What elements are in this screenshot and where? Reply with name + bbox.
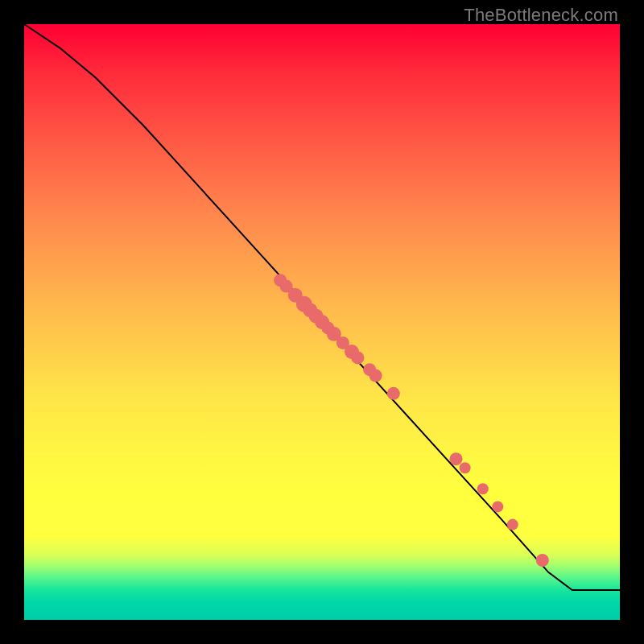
chart-point xyxy=(536,554,549,567)
chart-curve xyxy=(24,24,620,590)
chart-point xyxy=(351,351,364,364)
chart-point xyxy=(477,483,489,494)
chart-point xyxy=(460,462,471,473)
chart-point xyxy=(387,387,400,400)
chart-overlay xyxy=(24,24,620,620)
watermark-text: TheBottleneck.com xyxy=(464,5,618,26)
chart-point xyxy=(450,452,463,465)
chart-frame: TheBottleneck.com xyxy=(0,0,644,644)
chart-point xyxy=(369,369,382,382)
chart-point xyxy=(492,501,503,512)
chart-point xyxy=(507,519,518,530)
